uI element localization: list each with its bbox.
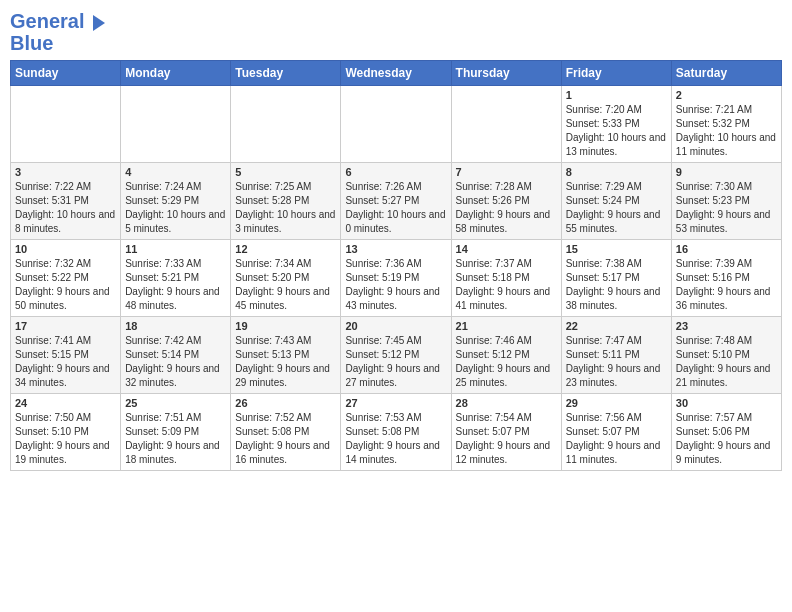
day-number: 8 [566,166,667,178]
day-number: 13 [345,243,446,255]
day-info: Sunrise: 7:57 AM Sunset: 5:06 PM Dayligh… [676,411,777,467]
weekday-header-friday: Friday [561,61,671,86]
calendar-cell: 24Sunrise: 7:50 AM Sunset: 5:10 PM Dayli… [11,394,121,471]
logo: General Blue [10,10,105,54]
weekday-header-tuesday: Tuesday [231,61,341,86]
day-number: 6 [345,166,446,178]
day-info: Sunrise: 7:36 AM Sunset: 5:19 PM Dayligh… [345,257,446,313]
calendar-cell: 6Sunrise: 7:26 AM Sunset: 5:27 PM Daylig… [341,163,451,240]
calendar-cell: 13Sunrise: 7:36 AM Sunset: 5:19 PM Dayli… [341,240,451,317]
day-info: Sunrise: 7:37 AM Sunset: 5:18 PM Dayligh… [456,257,557,313]
day-number: 2 [676,89,777,101]
day-number: 18 [125,320,226,332]
day-info: Sunrise: 7:21 AM Sunset: 5:32 PM Dayligh… [676,103,777,159]
calendar-week-4: 17Sunrise: 7:41 AM Sunset: 5:15 PM Dayli… [11,317,782,394]
day-number: 15 [566,243,667,255]
day-number: 19 [235,320,336,332]
day-info: Sunrise: 7:52 AM Sunset: 5:08 PM Dayligh… [235,411,336,467]
day-info: Sunrise: 7:38 AM Sunset: 5:17 PM Dayligh… [566,257,667,313]
calendar-cell [231,86,341,163]
calendar-cell: 28Sunrise: 7:54 AM Sunset: 5:07 PM Dayli… [451,394,561,471]
weekday-header-monday: Monday [121,61,231,86]
day-number: 4 [125,166,226,178]
day-number: 17 [15,320,116,332]
day-number: 3 [15,166,116,178]
day-info: Sunrise: 7:45 AM Sunset: 5:12 PM Dayligh… [345,334,446,390]
calendar-cell: 26Sunrise: 7:52 AM Sunset: 5:08 PM Dayli… [231,394,341,471]
day-info: Sunrise: 7:39 AM Sunset: 5:16 PM Dayligh… [676,257,777,313]
day-info: Sunrise: 7:51 AM Sunset: 5:09 PM Dayligh… [125,411,226,467]
day-info: Sunrise: 7:42 AM Sunset: 5:14 PM Dayligh… [125,334,226,390]
day-info: Sunrise: 7:29 AM Sunset: 5:24 PM Dayligh… [566,180,667,236]
weekday-header-thursday: Thursday [451,61,561,86]
calendar-cell: 7Sunrise: 7:28 AM Sunset: 5:26 PM Daylig… [451,163,561,240]
weekday-header-saturday: Saturday [671,61,781,86]
calendar-week-2: 3Sunrise: 7:22 AM Sunset: 5:31 PM Daylig… [11,163,782,240]
weekday-header-wednesday: Wednesday [341,61,451,86]
calendar-cell: 29Sunrise: 7:56 AM Sunset: 5:07 PM Dayli… [561,394,671,471]
day-number: 26 [235,397,336,409]
calendar-cell: 19Sunrise: 7:43 AM Sunset: 5:13 PM Dayli… [231,317,341,394]
day-number: 9 [676,166,777,178]
calendar-cell: 27Sunrise: 7:53 AM Sunset: 5:08 PM Dayli… [341,394,451,471]
page-header: General Blue [10,10,782,54]
day-number: 21 [456,320,557,332]
day-info: Sunrise: 7:50 AM Sunset: 5:10 PM Dayligh… [15,411,116,467]
weekday-header-sunday: Sunday [11,61,121,86]
calendar-cell: 18Sunrise: 7:42 AM Sunset: 5:14 PM Dayli… [121,317,231,394]
calendar-header: SundayMondayTuesdayWednesdayThursdayFrid… [11,61,782,86]
calendar-cell: 12Sunrise: 7:34 AM Sunset: 5:20 PM Dayli… [231,240,341,317]
day-info: Sunrise: 7:46 AM Sunset: 5:12 PM Dayligh… [456,334,557,390]
day-info: Sunrise: 7:48 AM Sunset: 5:10 PM Dayligh… [676,334,777,390]
day-number: 10 [15,243,116,255]
calendar-cell: 1Sunrise: 7:20 AM Sunset: 5:33 PM Daylig… [561,86,671,163]
day-info: Sunrise: 7:26 AM Sunset: 5:27 PM Dayligh… [345,180,446,236]
calendar-table: SundayMondayTuesdayWednesdayThursdayFrid… [10,60,782,471]
day-number: 28 [456,397,557,409]
weekday-header-row: SundayMondayTuesdayWednesdayThursdayFrid… [11,61,782,86]
day-info: Sunrise: 7:30 AM Sunset: 5:23 PM Dayligh… [676,180,777,236]
day-info: Sunrise: 7:53 AM Sunset: 5:08 PM Dayligh… [345,411,446,467]
calendar-cell [451,86,561,163]
day-number: 7 [456,166,557,178]
calendar-body: 1Sunrise: 7:20 AM Sunset: 5:33 PM Daylig… [11,86,782,471]
day-number: 14 [456,243,557,255]
calendar-cell: 25Sunrise: 7:51 AM Sunset: 5:09 PM Dayli… [121,394,231,471]
day-info: Sunrise: 7:28 AM Sunset: 5:26 PM Dayligh… [456,180,557,236]
calendar-cell: 2Sunrise: 7:21 AM Sunset: 5:32 PM Daylig… [671,86,781,163]
day-info: Sunrise: 7:32 AM Sunset: 5:22 PM Dayligh… [15,257,116,313]
calendar-cell: 22Sunrise: 7:47 AM Sunset: 5:11 PM Dayli… [561,317,671,394]
day-info: Sunrise: 7:24 AM Sunset: 5:29 PM Dayligh… [125,180,226,236]
calendar-cell: 11Sunrise: 7:33 AM Sunset: 5:21 PM Dayli… [121,240,231,317]
calendar-cell: 5Sunrise: 7:25 AM Sunset: 5:28 PM Daylig… [231,163,341,240]
day-number: 11 [125,243,226,255]
day-number: 16 [676,243,777,255]
day-info: Sunrise: 7:43 AM Sunset: 5:13 PM Dayligh… [235,334,336,390]
day-number: 24 [15,397,116,409]
calendar-cell: 9Sunrise: 7:30 AM Sunset: 5:23 PM Daylig… [671,163,781,240]
day-number: 23 [676,320,777,332]
calendar-week-1: 1Sunrise: 7:20 AM Sunset: 5:33 PM Daylig… [11,86,782,163]
logo-blue: Blue [10,32,105,54]
calendar-cell [341,86,451,163]
calendar-cell: 10Sunrise: 7:32 AM Sunset: 5:22 PM Dayli… [11,240,121,317]
day-info: Sunrise: 7:33 AM Sunset: 5:21 PM Dayligh… [125,257,226,313]
day-info: Sunrise: 7:47 AM Sunset: 5:11 PM Dayligh… [566,334,667,390]
day-number: 5 [235,166,336,178]
day-info: Sunrise: 7:41 AM Sunset: 5:15 PM Dayligh… [15,334,116,390]
calendar-cell: 4Sunrise: 7:24 AM Sunset: 5:29 PM Daylig… [121,163,231,240]
calendar-cell [121,86,231,163]
day-info: Sunrise: 7:34 AM Sunset: 5:20 PM Dayligh… [235,257,336,313]
calendar-cell: 16Sunrise: 7:39 AM Sunset: 5:16 PM Dayli… [671,240,781,317]
day-number: 20 [345,320,446,332]
calendar-cell [11,86,121,163]
day-info: Sunrise: 7:54 AM Sunset: 5:07 PM Dayligh… [456,411,557,467]
calendar-cell: 30Sunrise: 7:57 AM Sunset: 5:06 PM Dayli… [671,394,781,471]
calendar-week-5: 24Sunrise: 7:50 AM Sunset: 5:10 PM Dayli… [11,394,782,471]
calendar-week-3: 10Sunrise: 7:32 AM Sunset: 5:22 PM Dayli… [11,240,782,317]
logo-arrow-icon [93,15,105,31]
day-info: Sunrise: 7:56 AM Sunset: 5:07 PM Dayligh… [566,411,667,467]
calendar-cell: 8Sunrise: 7:29 AM Sunset: 5:24 PM Daylig… [561,163,671,240]
calendar-cell: 3Sunrise: 7:22 AM Sunset: 5:31 PM Daylig… [11,163,121,240]
day-number: 12 [235,243,336,255]
